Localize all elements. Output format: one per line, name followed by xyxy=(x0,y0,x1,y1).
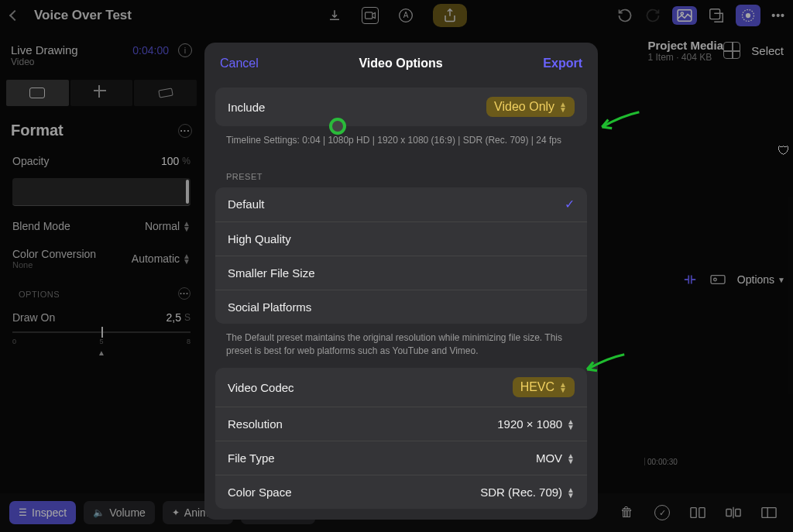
preset-default[interactable]: Default ✓ xyxy=(215,187,587,221)
opacity-label: Opacity xyxy=(12,155,49,167)
grid-view-icon[interactable] xyxy=(723,42,740,59)
include-selector[interactable]: Video Only ▲▼ xyxy=(486,97,575,117)
back-icon[interactable] xyxy=(9,10,20,21)
codec-selector[interactable]: HEVC▲▼ xyxy=(513,377,575,397)
svg-rect-0 xyxy=(366,12,372,19)
svg-rect-5 xyxy=(710,9,720,19)
speaker-icon: 🔈 xyxy=(93,507,105,518)
filetype-label: File Type xyxy=(228,451,275,465)
svg-rect-10 xyxy=(691,508,696,518)
tab-video[interactable] xyxy=(6,80,69,106)
options-more-icon[interactable]: ··· xyxy=(178,287,191,300)
clip-duration: 0:04:00 xyxy=(132,44,169,57)
svg-rect-12 xyxy=(726,509,731,516)
video-options-modal: Cancel Video Options Export Include Vide… xyxy=(204,43,598,520)
svg-point-7 xyxy=(747,14,750,18)
cancel-button[interactable]: Cancel xyxy=(220,57,259,70)
image-media-button[interactable] xyxy=(672,6,697,25)
split-clip-icon[interactable] xyxy=(689,504,706,521)
preset-social[interactable]: Social Platforms xyxy=(215,290,587,324)
resolution-label: Resolution xyxy=(228,417,283,431)
clip-name: Live Drawing xyxy=(11,43,78,57)
annotation-arrow-2 xyxy=(579,351,633,376)
volume-button[interactable]: 🔈Volume xyxy=(84,501,155,524)
project-media-title: Project Media xyxy=(647,39,723,52)
more-icon[interactable]: ••• xyxy=(771,9,785,22)
import-icon[interactable] xyxy=(326,7,343,24)
codec-label: Video Codec xyxy=(228,381,294,394)
project-media-sub: 1 Item · 404 KB xyxy=(647,52,723,63)
format-more-icon[interactable]: ··· xyxy=(178,124,192,138)
options-label: OPTIONS xyxy=(12,277,66,304)
approve-icon[interactable]: ✓ xyxy=(654,504,671,521)
preset-high-quality[interactable]: High Quality xyxy=(215,221,587,256)
preset-header: PRESET xyxy=(204,158,598,187)
tab-crop[interactable] xyxy=(70,80,133,106)
trash-icon[interactable]: 🗑 xyxy=(618,504,635,521)
include-label: Include xyxy=(228,101,265,114)
preset-description: The Default preset maintains the origina… xyxy=(204,324,598,369)
sliders-icon: ☰ xyxy=(19,507,27,518)
options-dropdown[interactable]: Options ▼ xyxy=(737,273,785,286)
format-title: Format xyxy=(11,122,64,139)
overwrite-clip-icon[interactable] xyxy=(760,504,778,521)
blend-label: Blend Mode xyxy=(12,220,70,232)
drawon-slider[interactable]: 0 5 8 ▲ xyxy=(6,331,197,365)
overlay-icon[interactable] xyxy=(708,7,725,24)
sparkle-icon: ✦ xyxy=(172,507,180,518)
svg-rect-11 xyxy=(699,508,705,518)
inspect-button[interactable]: ☰Inspect xyxy=(9,501,76,524)
checkmark-icon: ✓ xyxy=(565,197,575,211)
colorconv-label: Color Conversion xyxy=(12,248,96,260)
filetype-selector[interactable]: MOV▲▼ xyxy=(536,451,575,465)
share-button[interactable] xyxy=(433,4,467,27)
tab-layers[interactable] xyxy=(134,80,197,106)
redo-icon[interactable] xyxy=(644,7,661,24)
opacity-slider[interactable] xyxy=(12,178,191,206)
shield-icon[interactable]: 🛡 xyxy=(778,144,790,158)
svg-rect-8 xyxy=(711,276,725,284)
assistant-button[interactable] xyxy=(736,5,760,26)
page-title: Voice Over Test xyxy=(34,8,132,23)
svg-point-9 xyxy=(713,278,716,281)
clip-type: Video xyxy=(11,57,78,67)
annotation-circle xyxy=(329,118,346,135)
colorconv-sub: None xyxy=(12,260,96,269)
svg-rect-14 xyxy=(762,508,776,518)
colorspace-selector[interactable]: SDR (Rec. 709)▲▼ xyxy=(480,486,575,499)
export-button[interactable]: Export xyxy=(543,57,582,70)
drawon-value[interactable]: 2,5 xyxy=(166,311,181,324)
align-icon[interactable] xyxy=(681,271,699,288)
resolution-selector[interactable]: 1920 × 1080▲▼ xyxy=(497,417,575,431)
timeline-time-label: 00:00:30 xyxy=(644,458,678,465)
svg-text:A: A xyxy=(403,11,409,19)
info-icon[interactable]: i xyxy=(178,43,192,57)
clip-icon[interactable] xyxy=(709,271,726,288)
select-link[interactable]: Select xyxy=(751,44,784,57)
annotation-a-icon[interactable]: A xyxy=(397,7,414,24)
preset-smaller[interactable]: Smaller File Size xyxy=(215,256,587,290)
svg-rect-13 xyxy=(736,509,740,516)
annotation-arrow-1 xyxy=(592,108,646,133)
insert-clip-icon[interactable] xyxy=(725,504,742,521)
svg-point-4 xyxy=(681,12,683,15)
timeline-settings-text: Timeline Settings: 0:04 | 1080p HD | 192… xyxy=(204,126,598,158)
camera-icon[interactable] xyxy=(362,7,379,24)
undo-icon[interactable] xyxy=(616,7,633,24)
opacity-value[interactable]: 100 xyxy=(161,155,179,167)
colorspace-label: Color Space xyxy=(228,486,292,499)
blend-value[interactable]: Normal▲▼ xyxy=(145,220,191,232)
modal-title: Video Options xyxy=(359,57,442,70)
drawon-label: Draw On xyxy=(12,311,55,324)
colorconv-value[interactable]: Automatic▲▼ xyxy=(132,252,191,265)
